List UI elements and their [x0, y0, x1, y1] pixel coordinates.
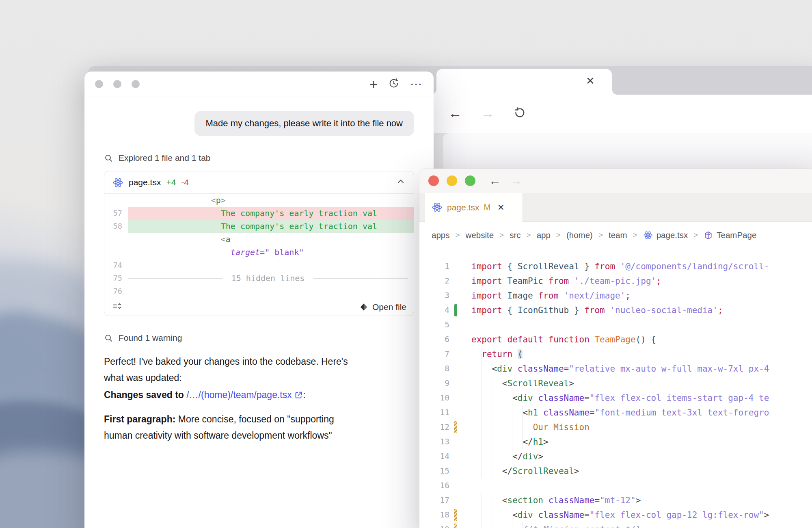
breadcrumb-label: team	[609, 230, 627, 240]
code-token: return	[482, 349, 518, 359]
saved-file-link[interactable]: /…/(home)/team/page.tsx	[186, 390, 292, 400]
diff-token: The company's early traction val	[221, 221, 377, 231]
line-number: 7	[419, 347, 449, 361]
line-number: 8	[419, 361, 449, 376]
code-token: =	[564, 364, 569, 374]
code-line-content: </ScrollReveal>	[471, 464, 579, 478]
window-dot-icon[interactable]	[95, 80, 103, 88]
code-token: TeamPage	[594, 335, 635, 344]
line-number: 3	[419, 288, 449, 303]
breadcrumb-item-apps[interactable]: apps	[432, 230, 449, 240]
line-number: 17	[419, 493, 449, 508]
diff-token: "_blank"	[265, 247, 304, 257]
git-gutter	[454, 290, 457, 302]
indent-guides	[471, 449, 512, 464]
zoom-traffic-light[interactable]	[465, 175, 475, 186]
diff-line-text	[128, 285, 414, 298]
breadcrumb-label: website	[466, 230, 494, 240]
line-number: 10	[419, 391, 449, 405]
git-gutter-add-mark	[454, 304, 457, 316]
modified-badge: M	[484, 203, 490, 212]
code-line: 13</h1>	[419, 435, 812, 449]
expand-diff-icon[interactable]	[112, 301, 122, 313]
diff-row-ctx: <p>	[104, 194, 414, 207]
window-dot-icon[interactable]	[113, 80, 121, 88]
diff-card: page.tsx +4 -4 <p>57The company's early …	[104, 171, 414, 316]
browser-reload-icon[interactable]	[513, 106, 526, 121]
window-dot-icon[interactable]	[132, 80, 140, 88]
code-token: >	[636, 496, 641, 505]
assistant-titlebar[interactable]: + ⋯	[84, 71, 434, 97]
line-number: 14	[419, 449, 449, 464]
breadcrumb-item--home-[interactable]: (home)	[566, 230, 593, 240]
code-token: from	[594, 262, 620, 271]
code-line: 11<h1 className="font-medium text-3xl te…	[419, 405, 812, 420]
divider-line	[313, 278, 408, 279]
minimize-traffic-light[interactable]	[447, 175, 457, 186]
code-line-content: </h1>	[471, 435, 549, 449]
zed-logo-icon	[359, 303, 368, 312]
breadcrumb-item-page-tsx[interactable]: page.tsx	[643, 230, 688, 240]
close-traffic-light[interactable]	[428, 175, 439, 186]
window-controls[interactable]	[95, 80, 140, 88]
git-gutter	[454, 319, 457, 331]
indent-guides	[471, 376, 502, 391]
browser-tab-close-icon[interactable]: ✕	[586, 75, 595, 87]
editor-back-icon[interactable]: ←	[489, 175, 501, 187]
first-paragraph-line: First paragraph: More concise, focused o…	[104, 411, 414, 444]
code-line-content: export default function TeamPage() {	[471, 332, 656, 347]
browser-back-icon[interactable]: ←	[448, 105, 462, 121]
code-editor-surface[interactable]: 1import { ScrollReveal } from '@/compone…	[419, 249, 812, 528]
code-token: () {	[636, 335, 657, 344]
external-link-icon[interactable]	[294, 391, 303, 399]
browser-tab[interactable]: ✕	[436, 69, 612, 95]
code-line-content: <div className="flex flex-col gap-12 lg:…	[471, 508, 769, 522]
response-line: Perfect! I've baked your changes into th…	[104, 353, 414, 370]
line-number: 5	[419, 318, 449, 332]
diff-line-number: 58	[104, 220, 128, 233]
hidden-lines-divider[interactable]: 15 hidden lines	[128, 272, 414, 285]
breadcrumb-separator: >	[598, 231, 603, 240]
editor-tab-bar: page.tsx M ✕	[419, 193, 812, 222]
code-token: "flex flex-col gap-12 lg:flex-row"	[590, 510, 764, 520]
breadcrumb-item-teampage[interactable]: TeamPage	[704, 230, 756, 240]
explored-status[interactable]: Explored 1 file and 1 tab	[104, 153, 414, 163]
editor-window: ← → page.tsx M ✕ apps>website>src>app>	[419, 169, 812, 528]
breadcrumb-item-app[interactable]: app	[537, 230, 551, 240]
code-token: </	[512, 452, 523, 461]
code-line: 16	[419, 478, 812, 493]
changes-saved-line: Changes saved to /…/(home)/team/page.tsx…	[104, 387, 414, 403]
assistant-window: + ⋯ Made my changes, please write it int…	[84, 71, 434, 528]
diff-row-del: 57The company's early traction val	[104, 207, 414, 220]
history-icon[interactable]	[388, 78, 400, 91]
diff-card-header[interactable]: page.tsx +4 -4	[104, 171, 414, 194]
tab-close-icon[interactable]: ✕	[497, 203, 505, 212]
open-file-button[interactable]: Open file	[359, 302, 406, 312]
response-text: More concise, focused on "supporting	[175, 414, 334, 424]
new-thread-icon[interactable]: +	[369, 78, 378, 90]
code-token: div	[523, 452, 538, 461]
code-line-content: import { IconGithub } from 'nucleo-socia…	[471, 303, 723, 318]
indent-guides	[471, 464, 502, 478]
breadcrumb-label: TeamPage	[717, 230, 756, 240]
diff-row-ctx: target="_blank"	[104, 246, 414, 259]
code-token: >	[574, 466, 579, 476]
breadcrumb-item-website[interactable]: website	[466, 230, 494, 240]
code-token: >	[569, 379, 574, 388]
editor-tab-page-tsx[interactable]: page.tsx M ✕	[425, 193, 523, 222]
editor-titlebar[interactable]: ← →	[419, 169, 812, 193]
code-line-content: import Image from 'next/image';	[471, 288, 631, 303]
code-line: 6export default function TeamPage() {	[419, 332, 812, 347]
warning-status[interactable]: Found 1 warning	[104, 333, 414, 343]
code-line-content: {/* Mission content */}	[471, 522, 641, 528]
code-token: </	[523, 437, 533, 447]
breadcrumb-item-src[interactable]: src	[510, 230, 520, 240]
code-token: <	[492, 364, 497, 374]
breadcrumb[interactable]: apps>website>src>app>(home)>team>page.ts…	[419, 222, 812, 249]
breadcrumb-item-team[interactable]: team	[609, 230, 627, 240]
chevron-up-icon[interactable]	[396, 177, 406, 188]
code-token: <	[523, 408, 528, 418]
diff-code: <p>57The company's early traction val58T…	[104, 194, 414, 298]
git-gutter	[454, 465, 457, 477]
more-menu-icon[interactable]: ⋯	[410, 80, 423, 88]
